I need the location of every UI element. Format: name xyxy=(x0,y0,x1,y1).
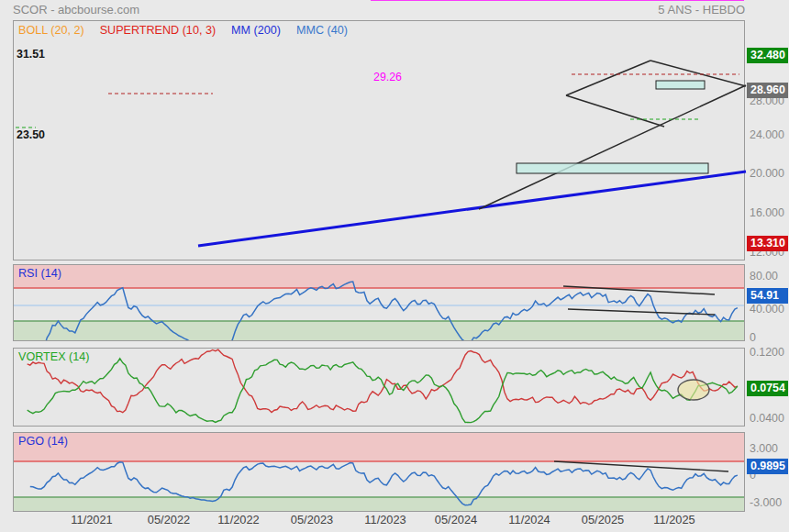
rsi-line xyxy=(28,282,738,354)
black-trendline-3 xyxy=(566,95,664,127)
zone-rectangle-0 xyxy=(517,163,708,173)
indicator-legend: BOLL (20, 2) SUPERTREND (10, 3) MM (200)… xyxy=(18,24,348,37)
rsi-plot xyxy=(14,265,744,354)
vortex-highlight-ellipse xyxy=(678,380,709,400)
x-tick-1: 05/2022 xyxy=(139,513,198,526)
vortex-tick-low: 0.0400 xyxy=(750,412,784,425)
vortex-label: VORTEX (14) xyxy=(18,350,89,363)
pgo-label: PGO (14) xyxy=(18,435,68,448)
chart-page: SCOR - abcbourse.com 5 ANS - HEBDO BOLL … xyxy=(0,0,789,532)
x-tick-4: 11/2023 xyxy=(356,513,415,526)
legend-mmc40[interactable]: MMC (40) xyxy=(296,24,348,37)
rsi-value-badge: 54.91 xyxy=(747,288,788,304)
legend-boll[interactable]: BOLL (20, 2) xyxy=(18,24,84,37)
x-tick-6: 11/2024 xyxy=(500,513,559,526)
legend-supertrend[interactable]: SUPERTREND (10, 3) xyxy=(100,24,216,37)
x-tick-2: 11/2022 xyxy=(209,513,268,526)
magenta-level-label: 29.26 xyxy=(373,71,402,83)
x-tick-0: 11/2021 xyxy=(62,513,121,526)
price-tick-16: 16.000 xyxy=(750,206,784,219)
x-tick-3: 05/2023 xyxy=(283,513,341,526)
pgo-trendline-0 xyxy=(554,461,728,471)
period-high-badge: 32.480 xyxy=(747,48,788,63)
zone-rectangle-1 xyxy=(656,81,705,89)
pgo-value-badge: 0.9895 xyxy=(747,459,788,474)
pgo-tick-3: 3.000 xyxy=(750,442,778,455)
legend-mm200[interactable]: MM (200) xyxy=(231,24,281,37)
vortex-tick-high: 0.1200 xyxy=(750,346,784,359)
resistance-level-label: 31.51 xyxy=(17,48,45,61)
rsi-trendline-1 xyxy=(568,309,715,315)
period-low-badge: 13.310 xyxy=(747,236,788,251)
pgo-tick-neg3: -3.000 xyxy=(750,496,782,509)
pgo-plot xyxy=(14,433,744,511)
price-tick-24: 24.000 xyxy=(750,128,784,141)
blue-trendline xyxy=(198,172,746,246)
rsi-label: RSI (14) xyxy=(18,267,61,280)
x-tick-5: 05/2024 xyxy=(427,513,485,526)
x-tick-7: 05/2025 xyxy=(573,513,632,526)
last-price-badge: 28.960 xyxy=(747,83,788,98)
black-trendline-1 xyxy=(566,61,650,95)
rsi-tick-0: 0 xyxy=(750,331,756,344)
x-tick-8: 11/2025 xyxy=(645,513,704,526)
support-level-label: 23.50 xyxy=(17,128,45,141)
rsi-tick-40: 40.000 xyxy=(750,303,784,316)
price-tick-20: 20.000 xyxy=(750,167,784,180)
rsi-tick-80: 80.00 xyxy=(750,270,778,283)
vortex-plot xyxy=(28,349,738,422)
vortex-value-badge: 0.0754 xyxy=(747,381,788,396)
